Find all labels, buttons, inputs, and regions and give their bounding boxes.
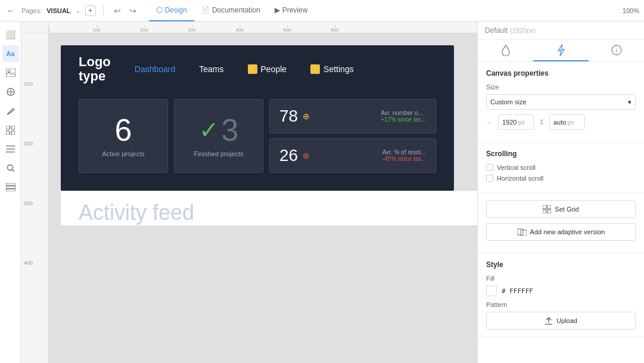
width-input[interactable]: 1920 px — [498, 114, 534, 130]
ruler-mark-200: 200 — [140, 27, 148, 33]
grid-adaptive-section: Set Grid Add new adaptive version — [478, 193, 644, 253]
undo-button[interactable]: ↩ — [111, 4, 124, 17]
sidebar-item-frame[interactable]: ⬜ — [2, 26, 19, 43]
fill-color-swatch[interactable] — [486, 286, 497, 296]
ruler-vertical: 100 200 300 400 — [21, 33, 49, 363]
panel-default-label: Default — [485, 26, 508, 35]
panel-header: Default (1920px) — [478, 21, 644, 40]
avr-percent-info: Avr. % of resol... -45% since las... — [382, 149, 426, 162]
avr-percent-label: Avr. % of resol... — [382, 149, 426, 156]
sidebar-item-layers[interactable] — [2, 179, 19, 196]
style-section: Style Fill # FFFFFF Pattern Upload — [478, 253, 644, 337]
svg-rect-22 — [543, 210, 546, 213]
ruler-mark-0: 0 — [49, 27, 50, 33]
nav-link-settings[interactable]: Settings — [323, 64, 354, 74]
scrolling-section: Scrolling Vertical scroll Horizontal scr… — [478, 142, 644, 193]
avr-percent-change: -45% since las... — [382, 156, 426, 162]
height-unit: px — [567, 119, 574, 126]
undo-redo-group: ↩ ↪ — [111, 4, 139, 17]
panel-tab-water[interactable] — [478, 40, 533, 61]
documentation-tab-icon: 📄 — [201, 6, 210, 14]
active-projects-number: 6 — [115, 114, 132, 145]
checkmark-icon: ✓ — [199, 118, 219, 142]
height-input[interactable]: auto px — [549, 114, 585, 130]
nav-link-people[interactable]: People — [261, 64, 287, 74]
canvas-inner: Logo type Dashboard Teams ⚡ People — [49, 33, 477, 237]
canvas-area: 0 100 200 300 400 500 600 100 200 300 40… — [21, 21, 477, 363]
design-tab-icon: ⬡ — [156, 5, 163, 14]
preview-tab-icon: ▶ — [275, 6, 280, 14]
set-grid-button[interactable]: Set Grid — [486, 200, 636, 218]
ruler-vmark-100: 100 — [24, 81, 33, 87]
nav-item-teams: Teams — [199, 64, 223, 74]
panel-icon-tabs: i — [478, 40, 644, 62]
right-stats-column: 78 ⊕ Avr. number o... +17% since las... — [269, 99, 436, 173]
ruler-corner — [21, 21, 49, 33]
design-body: 6 Active projects ✓ 3 Finished projects — [61, 93, 454, 191]
avr-percent-card: 26 ⊕ Avr. % of resol... -45% since las..… — [269, 138, 436, 173]
zoom-level[interactable]: 100% — [623, 7, 639, 14]
avr-number-value: 78 — [279, 107, 298, 126]
toolbar: ← Pages: VISUAL ⌄ + ↩ ↪ ⬡ Design 📄 Docum… — [0, 0, 644, 21]
sidebar-item-text[interactable]: Aa — [2, 45, 19, 62]
tab-preview[interactable]: ▶ Preview — [267, 0, 315, 21]
avr-percent-value: 26 — [279, 146, 298, 165]
fill-label: Fill — [486, 275, 636, 282]
panel-default-row: Default (1920px) — [485, 26, 637, 35]
horizontal-scroll-checkbox[interactable] — [486, 175, 493, 182]
sidebar-item-layout[interactable] — [2, 122, 19, 138]
avr-number-label: Avr. number o... — [381, 110, 426, 116]
size-select[interactable]: Custom size ▾ — [486, 94, 636, 110]
stats-row: 6 Active projects ✓ 3 Finished projects — [79, 99, 436, 173]
redo-button[interactable]: ↪ — [126, 4, 139, 17]
activity-title: Activity feed — [79, 200, 477, 225]
svg-text:i: i — [615, 47, 617, 54]
nav-link-teams[interactable]: Teams — [199, 64, 223, 74]
panel-size-hint: (1920px) — [510, 27, 536, 34]
tab-design[interactable]: ⬡ Design — [149, 0, 194, 21]
ruler-mark-100: 100 — [92, 27, 100, 33]
main-layout: ⬜ Aa 0 100 200 — [0, 21, 644, 363]
back-button[interactable]: ← — [5, 5, 17, 17]
people-badge: ⚡ — [248, 64, 257, 74]
style-title: Style — [486, 260, 636, 269]
sidebar-item-image[interactable] — [2, 64, 19, 81]
canvas-properties-section: Canvas properties Size Custom size ▾ ↔ 1… — [478, 62, 644, 142]
sidebar-item-search[interactable] — [2, 160, 19, 176]
pages-label: Pages: — [21, 7, 42, 14]
horizontal-scroll-label: Horizontal scroll — [497, 175, 543, 182]
add-page-button[interactable]: + — [85, 5, 96, 16]
vertical-scroll-checkbox[interactable] — [486, 164, 493, 171]
svg-rect-6 — [11, 126, 15, 129]
settings-badge: ⚡ — [310, 64, 320, 74]
avr-percent-main: 26 ⊕ — [279, 146, 310, 165]
svg-rect-23 — [547, 210, 551, 213]
nav-link-dashboard[interactable]: Dashboard — [135, 64, 176, 74]
svg-rect-20 — [543, 205, 546, 209]
tab-documentation[interactable]: 📄 Documentation — [194, 0, 267, 21]
page-dropdown-icon[interactable]: ⌄ — [76, 7, 80, 14]
width-unit: px — [518, 119, 525, 126]
toolbar-separator — [103, 5, 104, 16]
ruler-mark-500: 500 — [283, 27, 291, 33]
avr-number-card: 78 ⊕ Avr. number o... +17% since las... — [269, 99, 436, 134]
pattern-label: Pattern — [486, 301, 636, 308]
panel-tab-lightning[interactable] — [533, 40, 589, 61]
active-projects-label: Active projects — [102, 150, 145, 157]
svg-rect-0 — [6, 69, 15, 77]
documentation-tab-label: Documentation — [212, 6, 260, 14]
add-adaptive-button[interactable]: Add new adaptive version — [486, 223, 636, 241]
svg-rect-21 — [547, 205, 551, 209]
svg-rect-5 — [6, 126, 10, 129]
svg-rect-8 — [11, 131, 15, 135]
sidebar-item-pen[interactable] — [2, 103, 19, 119]
link-dimensions-icon[interactable]: ⇕ — [539, 118, 545, 126]
sidebar-item-list[interactable] — [2, 141, 19, 157]
fill-value: # FFFFFF — [502, 287, 533, 295]
preview-tab-label: Preview — [282, 6, 308, 14]
upload-button[interactable]: Upload — [486, 312, 636, 330]
panel-tab-info[interactable]: i — [589, 40, 644, 61]
vertical-scroll-row: Vertical scroll — [486, 164, 636, 171]
avr-percent-icon: ⊕ — [303, 151, 310, 160]
sidebar-item-components[interactable] — [2, 83, 19, 100]
